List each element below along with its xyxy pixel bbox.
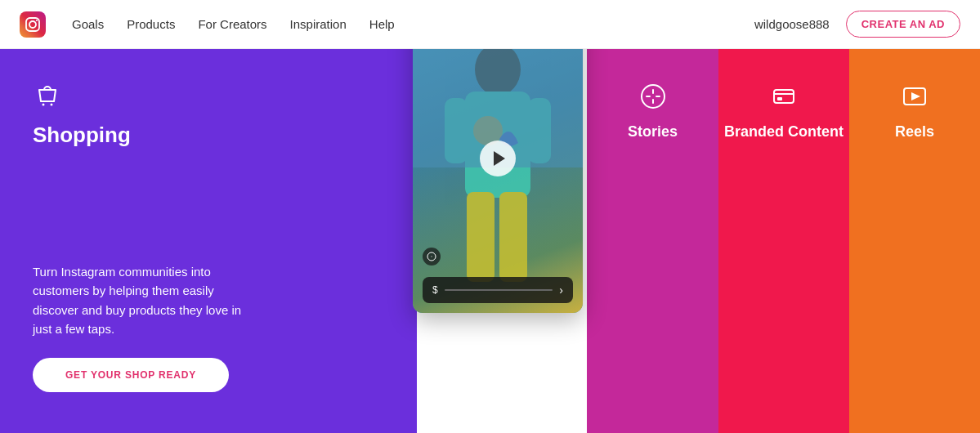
instagram-logo[interactable] [20, 11, 46, 38]
mute-button[interactable] [423, 248, 441, 266]
price-icon: $ [432, 284, 438, 296]
svg-rect-20 [774, 90, 794, 103]
nav-goals[interactable]: Goals [72, 17, 104, 31]
svg-point-5 [51, 104, 53, 106]
phone-mockup: bloomandplumecoffee [413, 4, 583, 313]
branded-content-icon [769, 82, 799, 111]
svg-point-15 [642, 85, 665, 108]
svg-rect-0 [20, 11, 46, 38]
phone-shop-bar[interactable]: $ › [423, 277, 573, 303]
header-right: wildgoose888 CREATE AN AD [754, 11, 960, 38]
create-ad-button[interactable]: CREATE AN AD [846, 11, 960, 38]
svg-rect-14 [432, 257, 432, 257]
stories-icon [638, 82, 668, 111]
stories-panel: Stories [587, 49, 718, 433]
shopping-description: Turn Instagram communities into customer… [33, 262, 245, 338]
svg-rect-22 [777, 97, 782, 100]
get-shop-ready-button[interactable]: GET YOUR SHOP READY [33, 358, 229, 392]
svg-point-3 [36, 19, 38, 20]
svg-rect-10 [467, 192, 494, 282]
play-button[interactable] [480, 141, 516, 176]
phone-screen: bloomandplumecoffee [413, 4, 583, 313]
content-area: Shopping Turn Instagram communities into… [0, 49, 980, 433]
chevron-right-icon: › [559, 283, 563, 297]
branded-content-title: Branded Content [724, 123, 844, 141]
shopping-icon [33, 82, 62, 111]
svg-marker-24 [911, 92, 920, 100]
nav-products[interactable]: Products [127, 17, 175, 31]
price-line [445, 289, 553, 291]
branded-content-panel: Branded Content [718, 49, 849, 433]
shopping-title: Shopping [33, 123, 384, 148]
reels-panel: Reels [849, 49, 980, 433]
shopping-panel: Shopping Turn Instagram communities into… [0, 49, 417, 433]
nav-inspiration[interactable]: Inspiration [290, 17, 347, 31]
nav-help[interactable]: Help [369, 17, 395, 31]
stories-title: Stories [628, 123, 678, 141]
svg-rect-11 [499, 192, 527, 282]
header: Goals Products For Creators Inspiration … [0, 0, 980, 49]
svg-point-4 [43, 104, 45, 106]
main-nav: Goals Products For Creators Inspiration … [72, 17, 754, 31]
reels-icon [900, 82, 929, 111]
nav-for-creators[interactable]: For Creators [198, 17, 266, 31]
reels-title: Reels [895, 123, 934, 141]
right-panels: Stories Branded Content Reels [587, 49, 980, 433]
username-display: wildgoose888 [754, 17, 830, 31]
